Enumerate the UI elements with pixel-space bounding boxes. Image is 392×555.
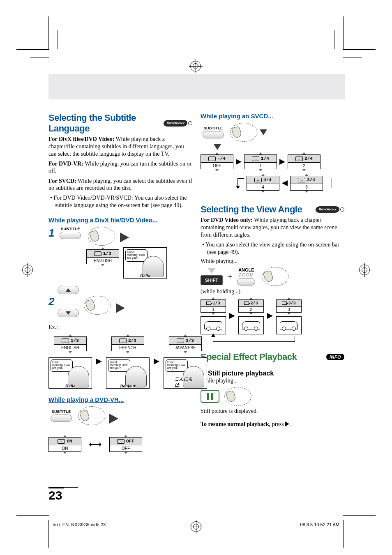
page-number: 23	[48, 487, 78, 502]
angle-sequence: 1/3 1 2/3 2	[201, 297, 344, 334]
arrow-right-icon	[154, 359, 159, 364]
still-result: Still picture is displayed.	[201, 408, 344, 415]
shift-button: SHIFT	[201, 275, 223, 285]
shift-angle-row: SHIFT + ANGLE ZOOM	[201, 267, 344, 286]
dvdvr-btn-row: SUBTITLE	[48, 406, 192, 425]
svcd-btn-row: SUBTITLE	[201, 123, 344, 142]
subtitle-button-2: SUBTITLE	[48, 410, 74, 422]
press-gesture-icon-4	[230, 123, 257, 142]
step-1-row: 1 SUBTITLE	[48, 227, 192, 246]
language-example-row: 1/3 ENGLISH Good morning! How are you? H…	[48, 334, 192, 389]
svcd-cycle: –/4 OFF 1/4 1	[201, 152, 344, 171]
arrow-right-icon	[229, 313, 235, 319]
press-gesture-icon-6	[224, 387, 251, 406]
arrow-left-icon	[282, 180, 288, 186]
right-column: While playing an SVCD... SUBTITLE –/4 OF…	[201, 113, 344, 454]
registration-mark-top	[190, 61, 201, 71]
press-gesture-icon-5	[262, 267, 289, 286]
arrow-right-icon	[267, 313, 273, 319]
press-gesture-icon-2	[84, 296, 111, 315]
play-icon	[285, 421, 289, 426]
double-arrow-icon: ⟷	[89, 440, 102, 449]
step-2-number: 2	[48, 295, 54, 308]
while-playing-1: While playing...	[201, 258, 344, 265]
press-gesture-icon	[88, 227, 115, 246]
bullet-onscreen-bar: For DVD Video/DVD-VR/SVCD: You can also …	[55, 194, 192, 209]
scene-step1: Good morning! How are you? Hello	[123, 247, 167, 279]
angle-zoom-button: ANGLE ZOOM	[237, 267, 255, 286]
angle-bullet: You can also select the view angle using…	[207, 241, 344, 256]
pause-row	[201, 387, 344, 406]
subhead-dvdvr: While playing a DVD-VR...	[48, 396, 192, 403]
still-picture-heading: Still picture playback	[201, 370, 344, 377]
footer-timestamp: 08.8.5 10:52:21 AM	[300, 522, 339, 527]
dvdvr-on-off-row: ON ON ⟷ OFF OFF	[48, 435, 192, 454]
section-title-subtitle-language: Selecting the Subtitle Language Remote O…	[48, 113, 192, 134]
arrow-right-icon	[120, 233, 129, 242]
holding-note: (while holding...)	[201, 288, 344, 295]
para-dvdvr: For DVD-VR: While playing, you can turn …	[48, 160, 192, 175]
registration-mark-right	[359, 265, 370, 275]
subhead-svcd: While playing an SVCD...	[201, 113, 344, 120]
arrow-right-icon	[279, 159, 285, 165]
arrow-right-icon-2	[116, 303, 125, 313]
para-svcd: For SVCD: While playing, you can select …	[48, 177, 192, 192]
section-title-special-effect: Special Effect Playback INFO	[201, 352, 344, 362]
arrow-down-icon	[214, 144, 221, 150]
info-badge: INFO	[326, 354, 344, 360]
svcd-cycle-2: 4/4 4 3/4 3	[238, 174, 344, 193]
example-label: Ex.:	[48, 324, 192, 331]
registration-mark-left	[22, 265, 33, 275]
resume-line: To resume normal playback, press .	[201, 421, 344, 428]
title-text: Selecting the Subtitle Language	[48, 113, 160, 134]
osd-step1: 1/3 ENGLISH	[86, 247, 119, 266]
para-divx: For DivX files/DVD Video: While playing …	[48, 136, 192, 158]
up-down-buttons	[58, 284, 79, 319]
step-1-number: 1	[48, 227, 54, 240]
left-column: Selecting the Subtitle Language Remote O…	[48, 113, 192, 454]
registration-mark-bottom	[191, 521, 201, 532]
footer-filename: text_EN_NXG9G5.indb 23	[53, 522, 106, 527]
arrow-right-icon	[96, 359, 102, 364]
arrow-right-icon	[236, 159, 242, 165]
remote-only-badge: Remote ONLY	[164, 120, 192, 127]
arrow-right-icon-3	[109, 414, 118, 424]
press-gesture-icon-3	[78, 406, 105, 425]
subhead-divx: While playing a DivX file/DVD Video...	[48, 216, 192, 223]
while-playing-2: While playing...	[201, 377, 344, 385]
remote-only-badge-2: Remote ONLY	[316, 206, 344, 213]
angle-para: For DVD Video only: While playing back a…	[201, 216, 344, 239]
section-title-view-angle: Selecting the View Angle Remote ONLY	[201, 204, 344, 215]
header-band	[48, 74, 345, 99]
pause-button	[201, 390, 219, 403]
arrow-down-icon	[260, 129, 267, 135]
subtitle-button: SUBTITLE	[58, 227, 83, 239]
step-2-row: 2	[48, 284, 192, 319]
